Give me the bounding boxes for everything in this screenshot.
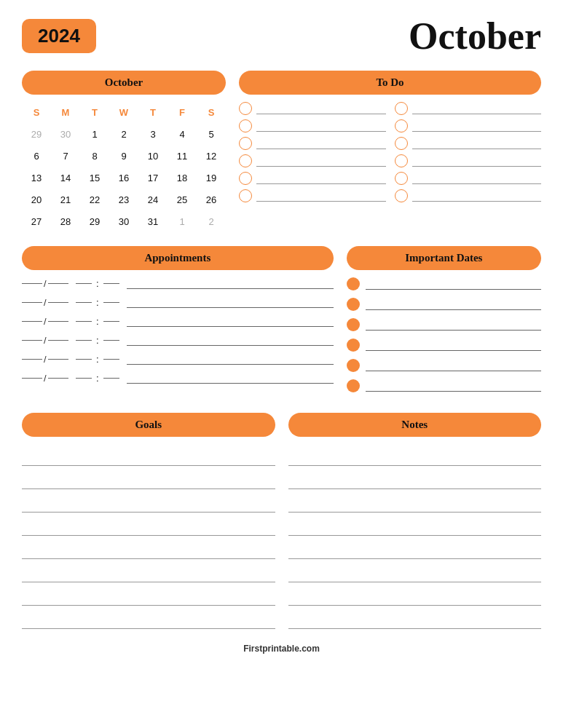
appt-description-line[interactable]: [127, 315, 334, 327]
todo-checkbox[interactable]: [239, 137, 252, 150]
todo-item[interactable]: [239, 172, 386, 185]
colon: :: [96, 335, 99, 346]
notes-write-line[interactable]: [288, 446, 542, 466]
todo-item[interactable]: [395, 154, 542, 167]
important-date-line[interactable]: [366, 380, 541, 392]
todo-checkbox[interactable]: [395, 189, 408, 202]
appt-description-line[interactable]: [127, 334, 334, 346]
todo-item[interactable]: [395, 172, 542, 185]
todo-checkbox[interactable]: [239, 154, 252, 167]
notes-write-line[interactable]: [288, 515, 542, 536]
slash: /: [44, 354, 47, 365]
cal-day: 17: [141, 167, 165, 188]
todo-item[interactable]: [395, 102, 542, 115]
todo-item[interactable]: [239, 119, 386, 132]
top-row: October S M T W T F S 29 30 1 2 3 4 5: [22, 71, 541, 233]
goals-write-line[interactable]: [22, 562, 275, 582]
calendar-header: October: [22, 71, 226, 95]
notes-write-line[interactable]: [288, 469, 542, 489]
todo-item[interactable]: [239, 102, 386, 115]
day-T2: T: [141, 102, 165, 122]
appt-date-line: [48, 378, 68, 379]
cal-day: 25: [170, 189, 194, 210]
appt-date-line: [48, 302, 68, 303]
calendar-day-headers: S M T W T F S: [22, 102, 226, 122]
notes-write-line[interactable]: [288, 539, 542, 559]
appt-description-line[interactable]: [127, 372, 334, 384]
cal-day: 5: [200, 124, 223, 144]
todo-grid: [239, 102, 541, 202]
appt-description-line[interactable]: [127, 353, 334, 365]
appt-time-field[interactable]: :: [76, 335, 119, 346]
goals-write-line[interactable]: [22, 515, 275, 536]
notes-write-line[interactable]: [288, 492, 542, 513]
appointments-header: Appointments: [22, 246, 334, 270]
cal-day: 6: [25, 146, 48, 166]
todo-item[interactable]: [395, 189, 542, 202]
cal-day: 2: [200, 211, 223, 232]
todo-checkbox[interactable]: [395, 119, 408, 132]
todo-line: [412, 173, 542, 184]
page-header: 2024 October: [22, 15, 541, 58]
appt-description-line[interactable]: [127, 277, 334, 289]
todo-header: To Do: [239, 71, 541, 95]
todo-checkbox[interactable]: [395, 102, 408, 115]
goals-write-line[interactable]: [22, 585, 275, 606]
todo-item[interactable]: [239, 189, 386, 202]
todo-line: [256, 103, 386, 114]
cal-day: 16: [112, 167, 135, 188]
notes-header: Notes: [288, 413, 542, 437]
important-date-line[interactable]: [366, 278, 541, 290]
todo-checkbox[interactable]: [239, 102, 252, 115]
appt-date-field[interactable]: /: [22, 278, 73, 289]
goals-write-line[interactable]: [22, 492, 275, 513]
appt-date-field[interactable]: /: [22, 335, 73, 346]
cal-day: 24: [141, 189, 165, 210]
todo-checkbox[interactable]: [239, 172, 252, 185]
appt-time-field[interactable]: :: [76, 297, 119, 308]
cal-day: 29: [83, 211, 106, 232]
appt-date-line: [48, 359, 68, 360]
cal-day: 19: [200, 167, 223, 188]
goals-write-line[interactable]: [22, 609, 275, 629]
appt-time-field[interactable]: :: [76, 354, 119, 365]
todo-item[interactable]: [395, 119, 542, 132]
important-date-line[interactable]: [366, 360, 541, 371]
todo-item[interactable]: [239, 154, 386, 167]
appt-time-field[interactable]: :: [76, 316, 119, 327]
important-date-line[interactable]: [366, 319, 541, 331]
cal-day: 9: [112, 146, 135, 166]
todo-checkbox[interactable]: [239, 119, 252, 132]
cal-day: 11: [170, 146, 194, 166]
notes-write-line[interactable]: [288, 562, 542, 582]
appt-date-field[interactable]: /: [22, 297, 73, 308]
todo-line: [256, 120, 386, 132]
important-date-line[interactable]: [366, 339, 541, 351]
todo-checkbox[interactable]: [395, 154, 408, 167]
slash: /: [44, 297, 47, 308]
notes-write-line[interactable]: [288, 609, 542, 629]
important-date-line[interactable]: [366, 298, 541, 310]
goals-write-line[interactable]: [22, 469, 275, 489]
todo-checkbox[interactable]: [239, 189, 252, 202]
notes-section: Notes: [288, 413, 542, 632]
appt-date-field[interactable]: /: [22, 354, 73, 365]
appt-date-field[interactable]: /: [22, 373, 73, 384]
slash: /: [44, 335, 47, 346]
appt-time-line: [103, 302, 119, 303]
goals-write-line[interactable]: [22, 446, 275, 466]
goals-write-line[interactable]: [22, 539, 275, 559]
todo-checkbox[interactable]: [395, 172, 408, 185]
cal-day: 13: [25, 167, 48, 188]
appt-time-field[interactable]: :: [76, 278, 119, 289]
appt-time-field[interactable]: :: [76, 373, 119, 384]
todo-item[interactable]: [239, 137, 386, 150]
todo-checkbox[interactable]: [395, 137, 408, 150]
appt-description-line[interactable]: [127, 296, 334, 308]
appt-date-field[interactable]: /: [22, 316, 73, 327]
appointment-row: / :: [22, 372, 334, 384]
cal-day: 30: [112, 211, 135, 232]
appt-date-line: [22, 378, 42, 379]
notes-write-line[interactable]: [288, 585, 542, 606]
todo-item[interactable]: [395, 137, 542, 150]
